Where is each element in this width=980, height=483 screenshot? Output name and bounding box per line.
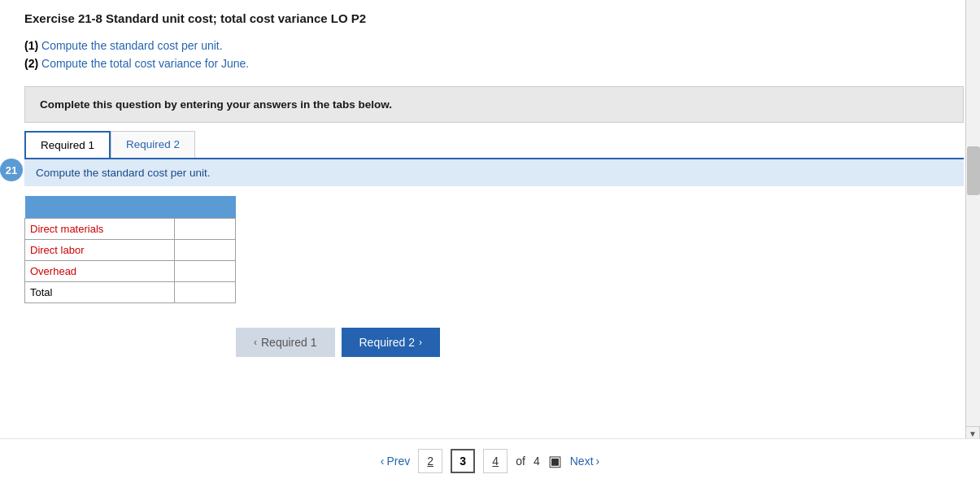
row-overhead-input[interactable] [174, 261, 235, 282]
page-number-2[interactable]: 2 [418, 449, 442, 473]
instruction-box: Complete this question by entering your … [24, 86, 964, 123]
page-number-3[interactable]: 3 [451, 449, 475, 473]
tab-required-2[interactable]: Required 2 [111, 131, 195, 158]
row-direct-materials-label: Direct materials [25, 219, 175, 240]
pagination-of-text: of [516, 455, 525, 468]
exercise-title: Exercise 21-8 Standard unit cost; total … [24, 11, 964, 25]
row-overhead-label: Overhead [25, 261, 175, 282]
scrollbar-track[interactable] [965, 0, 980, 439]
row-direct-materials-input[interactable] [174, 219, 235, 240]
grid-icon[interactable]: ▣ [548, 452, 562, 470]
btn-prev-label: Required 1 [261, 336, 317, 349]
row-total-input[interactable] [174, 282, 235, 303]
instruction-1-text: Compute the standard cost per unit. [41, 39, 223, 52]
nav-buttons: ‹ Required 1 Required 2 › [236, 328, 964, 357]
scrollbar-thumb[interactable] [967, 146, 980, 195]
table-area: Direct materials Direct labor Overhead T… [24, 196, 964, 304]
next-label: Next [570, 455, 594, 468]
sub-instructions: (1) Compute the standard cost per unit. … [24, 37, 964, 73]
instruction-2: (2) Compute the total cost variance for … [24, 54, 964, 72]
table-row: Direct labor [25, 240, 236, 261]
instruction-2-text: Compute the total cost variance for June… [41, 57, 249, 70]
chevron-left-icon: ‹ [381, 455, 385, 468]
chevron-right-icon: › [419, 337, 422, 348]
page-number-4[interactable]: 4 [483, 449, 507, 473]
btn-next-label: Required 2 [359, 336, 416, 349]
instruction-1: (1) Compute the standard cost per unit. [24, 37, 964, 54]
main-content: Exercise 21-8 Standard unit cost; total … [24, 0, 964, 438]
table-row: Overhead [25, 261, 236, 282]
instruction-1-num: (1) [24, 39, 38, 52]
instruction-2-num: (2) [24, 57, 38, 70]
cost-table: Direct materials Direct labor Overhead T… [24, 196, 236, 304]
table-header-value [174, 196, 235, 219]
table-header-label [25, 196, 175, 219]
prev-label: Prev [386, 455, 410, 468]
chevron-right-icon: › [596, 455, 600, 468]
tab-required-1[interactable]: Required 1 [24, 131, 111, 158]
btn-next-required[interactable]: Required 2 › [342, 328, 441, 357]
next-link[interactable]: Next › [570, 455, 599, 468]
table-row-total: Total [25, 282, 236, 303]
row-direct-labor-input[interactable] [174, 240, 235, 261]
row-total-label: Total [25, 282, 175, 303]
row-direct-labor-label: Direct labor [25, 240, 175, 261]
tabs-container: Required 1 Required 2 [24, 131, 964, 159]
info-bar: Compute the standard cost per unit. [24, 159, 964, 186]
prev-link[interactable]: ‹ Prev [381, 455, 410, 468]
left-badge: 21 [0, 159, 23, 181]
chevron-left-icon: ‹ [254, 337, 257, 348]
table-row: Direct materials [25, 219, 236, 240]
bottom-bar: ‹ Prev 2 3 4 of 4 ▣ Next › [0, 438, 980, 483]
pagination-total: 4 [534, 455, 540, 468]
btn-prev-required[interactable]: ‹ Required 1 [236, 328, 335, 357]
